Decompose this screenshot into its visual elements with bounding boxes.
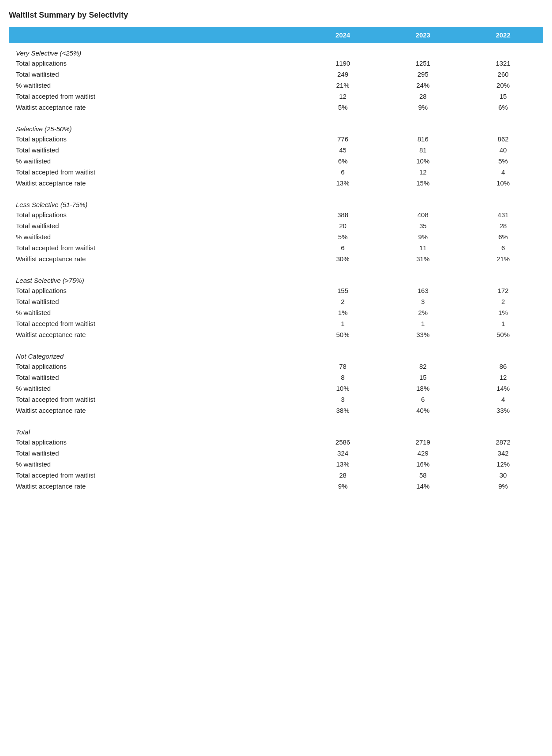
row-label: Total applications xyxy=(9,133,303,145)
spacer-row xyxy=(9,115,543,119)
cell-v2022: 6% xyxy=(463,231,543,242)
cell-v2023: 9% xyxy=(383,102,463,115)
cell-v2022: 4 xyxy=(463,394,543,405)
table-row: Total applications258627192872 xyxy=(9,437,543,448)
spacer-row xyxy=(9,191,543,195)
row-label: Total accepted from waitlist xyxy=(9,167,303,178)
cell-v2022: 6% xyxy=(463,102,543,115)
cell-v2024: 249 xyxy=(303,69,383,80)
cell-v2024: 155 xyxy=(303,285,383,296)
cell-v2023: 40% xyxy=(383,405,463,419)
row-label: % waitlisted xyxy=(9,156,303,167)
table-row: Total waitlisted324429342 xyxy=(9,448,543,459)
cell-v2024: 6 xyxy=(303,167,383,178)
cell-v2023: 11 xyxy=(383,242,463,253)
cell-v2022: 14% xyxy=(463,383,543,394)
category-label: Least Selective (>75%) xyxy=(9,271,543,285)
cell-v2022: 50% xyxy=(463,329,543,343)
category-row: Selective (25-50%) xyxy=(9,119,543,133)
table-row: Total applications119012511321 xyxy=(9,58,543,69)
cell-v2022: 86 xyxy=(463,361,543,372)
row-label: Total applications xyxy=(9,285,303,296)
cell-v2022: 12 xyxy=(463,372,543,383)
cell-v2024: 388 xyxy=(303,209,383,220)
category-label: Total xyxy=(9,422,543,437)
row-label: Total applications xyxy=(9,209,303,220)
row-label: Total waitlisted xyxy=(9,296,303,307)
header-col-label xyxy=(9,27,303,43)
header-col-2023: 2023 xyxy=(383,27,463,43)
cell-v2024: 6% xyxy=(303,156,383,167)
cell-v2022: 30 xyxy=(463,470,543,481)
cell-v2023: 2719 xyxy=(383,437,463,448)
cell-v2022: 1 xyxy=(463,318,543,329)
cell-v2024: 78 xyxy=(303,361,383,372)
cell-v2022: 431 xyxy=(463,209,543,220)
cell-v2024: 6 xyxy=(303,242,383,253)
cell-v2023: 816 xyxy=(383,133,463,145)
cell-v2022: 2872 xyxy=(463,437,543,448)
table-header-row: 2024 2023 2022 xyxy=(9,27,543,43)
category-row: Total xyxy=(9,422,543,437)
table-row: % waitlisted6%10%5% xyxy=(9,156,543,167)
category-label: Less Selective (51-75%) xyxy=(9,195,543,209)
row-label: Waitlist acceptance rate xyxy=(9,481,303,494)
cell-v2023: 9% xyxy=(383,231,463,242)
row-label: % waitlisted xyxy=(9,307,303,318)
cell-v2024: 30% xyxy=(303,253,383,267)
cell-v2024: 2 xyxy=(303,296,383,307)
category-label: Selective (25-50%) xyxy=(9,119,543,133)
cell-v2023: 16% xyxy=(383,459,463,470)
row-label: Waitlist acceptance rate xyxy=(9,329,303,343)
table-row: Total accepted from waitlist6124 xyxy=(9,167,543,178)
cell-v2023: 10% xyxy=(383,156,463,167)
table-row: Total applications155163172 xyxy=(9,285,543,296)
category-label: Not Categorized xyxy=(9,346,543,361)
cell-v2022: 1% xyxy=(463,307,543,318)
cell-v2022: 4 xyxy=(463,167,543,178)
row-label: Total waitlisted xyxy=(9,220,303,231)
row-label: Waitlist acceptance rate xyxy=(9,102,303,115)
cell-v2024: 20 xyxy=(303,220,383,231)
cell-v2022: 862 xyxy=(463,133,543,145)
table-row: % waitlisted13%16%12% xyxy=(9,459,543,470)
cell-v2023: 15 xyxy=(383,372,463,383)
cell-v2023: 6 xyxy=(383,394,463,405)
row-label: % waitlisted xyxy=(9,231,303,242)
row-label: Waitlist acceptance rate xyxy=(9,253,303,267)
header-col-2024: 2024 xyxy=(303,27,383,43)
cell-v2023: 15% xyxy=(383,178,463,191)
cell-v2024: 9% xyxy=(303,481,383,494)
table-row: Waitlist acceptance rate38%40%33% xyxy=(9,405,543,419)
table-row: Waitlist acceptance rate5%9%6% xyxy=(9,102,543,115)
cell-v2022: 342 xyxy=(463,448,543,459)
cell-v2024: 38% xyxy=(303,405,383,419)
cell-v2024: 13% xyxy=(303,459,383,470)
cell-v2022: 12% xyxy=(463,459,543,470)
row-label: Total waitlisted xyxy=(9,448,303,459)
cell-v2022: 1321 xyxy=(463,58,543,69)
cell-v2024: 776 xyxy=(303,133,383,145)
cell-v2023: 33% xyxy=(383,329,463,343)
waitlist-summary-table: 2024 2023 2022 Very Selective (<25%)Tota… xyxy=(9,27,543,494)
row-label: Total accepted from waitlist xyxy=(9,470,303,481)
row-label: Total waitlisted xyxy=(9,372,303,383)
table-row: Total waitlisted203528 xyxy=(9,220,543,231)
table-row: Total accepted from waitlist364 xyxy=(9,394,543,405)
row-label: Total accepted from waitlist xyxy=(9,91,303,102)
cell-v2023: 295 xyxy=(383,69,463,80)
row-label: Total applications xyxy=(9,58,303,69)
category-row: Not Categorized xyxy=(9,346,543,361)
cell-v2024: 10% xyxy=(303,383,383,394)
cell-v2024: 45 xyxy=(303,145,383,156)
cell-v2023: 24% xyxy=(383,80,463,91)
row-label: Waitlist acceptance rate xyxy=(9,178,303,191)
category-row: Less Selective (51-75%) xyxy=(9,195,543,209)
cell-v2024: 50% xyxy=(303,329,383,343)
table-row: Total waitlisted232 xyxy=(9,296,543,307)
cell-v2024: 21% xyxy=(303,80,383,91)
row-label: Waitlist acceptance rate xyxy=(9,405,303,419)
cell-v2024: 12 xyxy=(303,91,383,102)
cell-v2024: 5% xyxy=(303,231,383,242)
cell-v2022: 9% xyxy=(463,481,543,494)
